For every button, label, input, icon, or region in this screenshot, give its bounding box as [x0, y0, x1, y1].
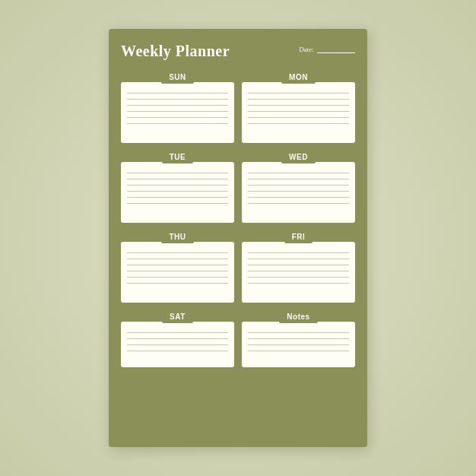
ruled-line	[127, 338, 228, 339]
planner-title: Weekly Planner	[121, 43, 230, 60]
day-card-fri[interactable]	[242, 242, 355, 303]
day-card-tue[interactable]	[121, 162, 234, 223]
page-background: Weekly Planner Date: SUNMONTUEWEDTHUFRIS…	[0, 0, 476, 476]
ruled-line	[248, 191, 349, 192]
ruled-line	[127, 185, 228, 186]
day-block-wed: WED	[242, 151, 355, 223]
ruled-line	[248, 197, 349, 198]
ruled-line	[248, 259, 349, 259]
ruled-line	[248, 277, 349, 278]
ruled-line	[127, 252, 228, 253]
day-block-sun: SUN	[121, 71, 234, 143]
ruled-line	[248, 173, 349, 173]
ruled-line	[127, 265, 228, 265]
day-label-thu: THU	[161, 230, 193, 243]
day-label-sun: SUN	[161, 71, 194, 84]
days-grid: SUNMONTUEWEDTHUFRISATNotes	[121, 71, 355, 367]
ruled-line	[248, 99, 349, 100]
day-lines-fri	[248, 252, 349, 284]
ruled-line	[127, 117, 228, 118]
ruled-line	[127, 191, 228, 192]
day-lines-notes	[248, 332, 349, 351]
ruled-line	[127, 344, 228, 345]
day-lines-tue	[127, 173, 228, 204]
ruled-line	[248, 111, 349, 112]
day-block-notes: Notes	[242, 310, 355, 367]
day-block-thu: THU	[121, 230, 234, 303]
ruled-line	[127, 173, 228, 173]
ruled-line	[127, 93, 228, 94]
day-lines-sun	[127, 93, 228, 124]
day-card-sat[interactable]	[121, 322, 234, 367]
ruled-line	[127, 283, 228, 284]
date-label: Date:	[299, 46, 314, 53]
day-block-tue: TUE	[121, 151, 234, 223]
ruled-line	[248, 332, 349, 333]
day-lines-thu	[127, 252, 228, 284]
day-block-mon: MON	[242, 71, 355, 143]
ruled-line	[248, 179, 349, 179]
ruled-line	[248, 123, 349, 124]
day-lines-wed	[248, 173, 349, 204]
ruled-line	[248, 93, 349, 94]
ruled-line	[248, 117, 349, 118]
day-block-sat: SAT	[121, 310, 234, 367]
ruled-line	[127, 203, 228, 204]
day-card-mon[interactable]	[242, 82, 355, 143]
ruled-line	[127, 271, 228, 271]
ruled-line	[248, 344, 349, 345]
day-lines-sat	[127, 332, 228, 351]
planner-header: Weekly Planner Date:	[121, 43, 355, 60]
ruled-line	[248, 338, 349, 339]
ruled-line	[127, 99, 228, 100]
ruled-line	[248, 105, 349, 106]
ruled-line	[127, 105, 228, 106]
day-card-thu[interactable]	[121, 242, 234, 303]
ruled-line	[127, 332, 228, 333]
ruled-line	[248, 283, 349, 284]
ruled-line	[248, 351, 349, 351]
day-label-wed: WED	[281, 151, 316, 163]
ruled-line	[127, 259, 228, 259]
day-label-sat: SAT	[162, 310, 193, 323]
ruled-line	[127, 111, 228, 112]
day-label-fri: FRI	[284, 230, 313, 243]
ruled-line	[248, 265, 349, 265]
day-label-mon: MON	[281, 71, 316, 84]
ruled-line	[127, 351, 228, 351]
ruled-line	[127, 123, 228, 124]
ruled-line	[127, 179, 228, 179]
ruled-line	[248, 252, 349, 253]
day-card-notes[interactable]	[242, 322, 355, 367]
day-card-wed[interactable]	[242, 162, 355, 223]
day-card-sun[interactable]	[121, 82, 234, 143]
weekly-planner: Weekly Planner Date: SUNMONTUEWEDTHUFRIS…	[109, 29, 367, 447]
day-label-notes: Notes	[279, 310, 317, 323]
date-area: Date:	[299, 46, 355, 53]
date-line	[317, 52, 355, 53]
ruled-line	[127, 277, 228, 278]
ruled-line	[248, 271, 349, 271]
day-lines-mon	[248, 93, 349, 124]
day-block-fri: FRI	[242, 230, 355, 303]
ruled-line	[248, 185, 349, 186]
day-label-tue: TUE	[162, 151, 194, 163]
ruled-line	[248, 203, 349, 204]
ruled-line	[127, 197, 228, 198]
